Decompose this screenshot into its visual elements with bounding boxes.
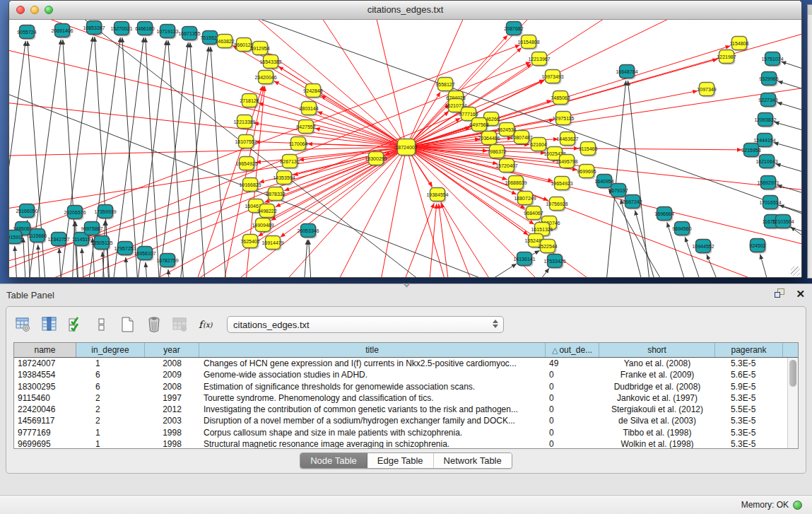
network-edge[interactable]	[126, 257, 131, 277]
table-cell[interactable]: 6	[76, 381, 145, 392]
table-cell[interactable]: Structural magnetic resonance image aver…	[199, 438, 546, 448]
table-row[interactable]: 969969511998Structural magnetic resonanc…	[14, 438, 787, 448]
table-cell[interactable]: 2012	[145, 404, 199, 415]
network-node[interactable]: 10807487	[510, 131, 532, 146]
table-cell[interactable]: 2003	[145, 415, 199, 426]
table-cell[interactable]: 1998	[145, 427, 199, 438]
table-cell[interactable]: 2008	[145, 381, 199, 392]
network-node[interactable]: 7625402	[240, 235, 259, 250]
table-cell[interactable]: Disruption of a novel member of a sodium…	[199, 415, 546, 426]
network-node[interactable]: 1170064	[289, 137, 308, 152]
network-edge[interactable]	[309, 240, 314, 277]
column-header-short[interactable]: short	[599, 343, 715, 357]
network-node[interactable]: 17016514	[759, 196, 781, 211]
network-node[interactable]: 16648784	[616, 65, 637, 80]
network-node[interactable]: 12975115	[553, 112, 575, 127]
network-node[interactable]: 1154808	[730, 37, 749, 52]
network-node[interactable]: 9115460	[579, 142, 598, 157]
network-node[interactable]: 20053346	[297, 224, 319, 239]
network-edge[interactable]	[9, 147, 406, 156]
network-node[interactable]: 621604	[530, 138, 547, 153]
table-cell[interactable]: Franke et al. (2009)	[599, 369, 715, 380]
column-header-year[interactable]: year	[145, 343, 199, 357]
network-node[interactable]: 9329966	[759, 72, 778, 87]
column-pair-icon[interactable]	[92, 315, 112, 334]
network-node[interactable]: 17359939	[94, 205, 116, 220]
table-cell[interactable]: 14569117	[14, 415, 76, 426]
table-row[interactable]: 2242004622012Investigating the contribut…	[14, 404, 787, 415]
network-node[interactable]: 20691406	[51, 24, 73, 39]
table-cell[interactable]: 1	[76, 358, 145, 369]
network-canvas[interactable]: 9055724206914061085328715270021646616010…	[9, 20, 801, 277]
network-edge[interactable]	[628, 81, 656, 277]
network-node[interactable]: 8878332	[266, 187, 285, 202]
network-window-titlebar[interactable]: citations_edges.txt	[9, 1, 801, 20]
network-node[interactable]: 19756928	[546, 197, 567, 212]
table-cell[interactable]: 0	[546, 381, 599, 392]
network-node[interactable]: 15751074	[761, 52, 783, 67]
table-row[interactable]: 911546021997Tourette syndrome. Phenomeno…	[14, 392, 787, 404]
network-node[interactable]: 10853287	[83, 21, 105, 36]
network-edge[interactable]	[23, 238, 28, 277]
table-settings-icon[interactable]	[13, 315, 33, 334]
table-row[interactable]: 1872400712008Changes of HCN gene express…	[14, 358, 787, 369]
network-node[interactable]: 2803144	[299, 102, 318, 117]
table-cell[interactable]: 0	[546, 392, 599, 404]
network-node[interactable]: 16543382	[259, 55, 281, 70]
table-cell[interactable]: 18724007	[14, 358, 76, 369]
table-cell[interactable]: 1997	[145, 392, 199, 404]
network-node[interactable]: 17957253	[114, 242, 136, 257]
table-row[interactable]: 1456911722003Disruption of a novel membe…	[14, 415, 787, 426]
network-node[interactable]: 16782759	[156, 254, 178, 269]
network-node[interactable]: 9498222	[257, 204, 276, 219]
table-row[interactable]: 1830029562008Estimation of significance …	[14, 381, 787, 392]
network-edge[interactable]	[777, 81, 801, 94]
network-edge[interactable]	[781, 62, 801, 74]
table-cell[interactable]: 2	[76, 392, 145, 404]
table-cell[interactable]: 2	[76, 415, 145, 426]
network-node[interactable]: 9558127	[435, 78, 454, 93]
network-node[interactable]: 18807249	[514, 192, 536, 206]
network-node[interactable]: 1221987	[717, 50, 736, 65]
network-table-select[interactable]: citations_edges.txt	[227, 316, 504, 333]
network-node[interactable]: 13505135	[90, 236, 112, 251]
table-cell[interactable]: Investigating the contribution of common…	[199, 404, 546, 415]
network-node[interactable]: 16958107	[134, 247, 155, 262]
network-node[interactable]: 2522544	[538, 240, 557, 255]
tab-node-table[interactable]: Node Table	[300, 453, 367, 468]
network-edge[interactable]	[82, 248, 86, 277]
table-cell[interactable]: 5.3E-5	[715, 438, 783, 448]
network-node[interactable]: 8679197	[608, 184, 628, 199]
network-node[interactable]: 15720407	[495, 159, 517, 174]
table-cell[interactable]: 5.3E-5	[715, 427, 783, 438]
table-cell[interactable]: 0	[546, 369, 599, 380]
network-node[interactable]: 9242848	[303, 84, 322, 99]
close-panel-icon[interactable]: ✕	[796, 288, 805, 299]
new-table-icon[interactable]	[118, 315, 138, 334]
resize-grip-icon[interactable]	[791, 267, 800, 276]
network-node[interactable]: 16671355	[178, 27, 200, 42]
table-cell[interactable]: Estimation of significance thresholds fo…	[199, 381, 546, 392]
network-edge[interactable]	[775, 164, 801, 177]
network-edge[interactable]	[760, 255, 784, 277]
network-edge[interactable]	[146, 262, 151, 277]
memory-ok-icon[interactable]	[793, 501, 802, 510]
delete-table-icon[interactable]	[144, 315, 164, 334]
network-edge[interactable]	[254, 123, 406, 147]
network-edge[interactable]	[406, 147, 801, 277]
table-cell[interactable]: 0	[546, 404, 599, 415]
network-node[interactable]: 19654925	[235, 157, 257, 172]
network-edge[interactable]	[396, 264, 517, 277]
table-cell[interactable]: 1	[76, 427, 145, 438]
import-table-icon[interactable]	[170, 315, 190, 334]
network-edge[interactable]	[173, 47, 208, 277]
column-header-in-degree[interactable]: in_degree	[76, 343, 145, 357]
network-node[interactable]: 25166050	[16, 204, 37, 219]
network-node[interactable]: 924502	[749, 239, 766, 254]
table-cell[interactable]: Tourette syndrome. Phenomenology and cla…	[199, 392, 546, 404]
vertical-scrollbar[interactable]	[787, 358, 798, 448]
table-cell[interactable]: 0	[546, 427, 599, 438]
function-builder-icon[interactable]: f(x)	[196, 315, 216, 334]
network-edge[interactable]	[71, 221, 75, 277]
network-node[interactable]: 8267130	[280, 155, 299, 170]
